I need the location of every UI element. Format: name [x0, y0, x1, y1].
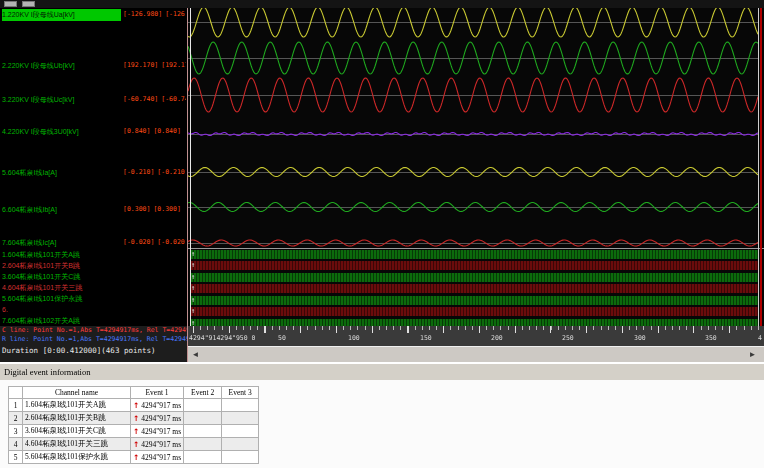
analog-channel-row-selected[interactable]: 1.220KV I段母线Ua[kV] [-126.980][-126.980] — [2, 9, 187, 21]
end-marker-line — [760, 8, 762, 326]
analog-channel-label: 1.220KV I段母线Ua[kV] — [2, 9, 121, 21]
header-channel: Channel name — [23, 387, 131, 399]
cursor-value-1: [-126.980] — [123, 9, 162, 20]
table-header-row: Channel name Event 1 Event 2 Event 3 — [9, 387, 259, 399]
digital-channel-row[interactable]: 4.604柘泉I线101开关三跳 — [2, 283, 187, 293]
event1-time: 4294"917 ms — [141, 453, 181, 462]
event1-time: 4294"917 ms — [141, 401, 181, 410]
row-channel-name: 3.604柘泉I线101开关C跳 — [23, 425, 131, 438]
cursor-value-1: [-60.740] — [123, 94, 158, 105]
digital-status-bar: ↑ — [190, 261, 758, 270]
table-row[interactable]: 1 1.604柘泉I线101开关A跳 ↑ 4294"917 ms — [9, 399, 259, 412]
digital-channel-label: 6. — [2, 306, 8, 313]
duration-status: Duration [0:00.412000](463 points) — [0, 344, 187, 358]
row-index: 4 — [9, 438, 23, 451]
table-row[interactable]: 3 3.604柘泉I线101开关C跳 ↑ 4294"917 ms — [9, 425, 259, 438]
digital-channel-row[interactable]: 5.604柘泉I线101保护永跳 — [2, 294, 187, 304]
rising-edge-icon: ↑ — [191, 296, 195, 305]
fault-recorder-window: 1.220KV I段母线Ua[kV] [-126.980][-126.980] … — [0, 0, 764, 468]
ruler-label: 250 — [562, 334, 574, 342]
cursor-value-1: [-0.020] — [123, 237, 154, 248]
toolbar-button[interactable] — [4, 1, 17, 7]
row-event2 — [184, 425, 222, 438]
event-rise-icon: ↑ — [133, 414, 139, 423]
row-channel-name: 1.604柘泉I线101开关A跳 — [23, 399, 131, 412]
digital-channel-label: 4.604柘泉I线101开关三跳 — [2, 284, 82, 291]
row-event2 — [184, 412, 222, 425]
table-row[interactable]: 4 4.604柘泉I线101开关三跳 ↑ 4294"917 ms — [9, 438, 259, 451]
analog-channel-row[interactable]: 7.604柘泉I线Ic[A] [-0.020][-0.020] — [2, 237, 187, 249]
toolbar-button[interactable] — [22, 1, 35, 7]
row-event2 — [184, 451, 222, 464]
event-rise-icon: ↑ — [133, 427, 139, 436]
digital-channel-row[interactable]: 6. — [2, 305, 187, 315]
analog-channel-label: 5.604柘泉I线Ia[A] — [2, 169, 57, 176]
c-cursor-status: C line: Point No.=1,Abs T=4294917ms, Rel… — [0, 326, 187, 335]
row-event2 — [184, 399, 222, 412]
event1-time: 4294"917 ms — [141, 440, 181, 449]
rising-edge-icon: ↑ — [191, 307, 195, 316]
analog-channel-label: 7.604柘泉I线Ic[A] — [2, 239, 56, 246]
digital-status-bar: ↑ — [190, 307, 758, 316]
row-event1: ↑ 4294"917 ms — [131, 451, 184, 464]
analog-channel-row[interactable]: 4.220KV I段母线3U0[kV] [0.840][0.840] — [2, 126, 187, 138]
digital-status-bar: ↑ — [190, 284, 758, 293]
analog-channel-row[interactable]: 3.220KV I段母线Uc[kV] [-60.740][-60.740] — [2, 94, 187, 106]
waveform-area[interactable]: ↑ ↑ ↑ ↑ ↑ ↑ ↑ — [188, 8, 764, 326]
row-event1: ↑ 4294"917 ms — [131, 412, 184, 425]
row-event1: ↑ 4294"917 ms — [131, 425, 184, 438]
row-channel-name: 5.604柘泉I线101保护永跳 — [23, 451, 131, 464]
analog-channel-row[interactable]: 2.220KV I段母线Ub[kV] [192.170][192.170] — [2, 60, 187, 72]
digital-channel-label: 3.604柘泉I线101开关C跳 — [2, 273, 80, 280]
cursor-value-1: [0.840] — [123, 126, 150, 137]
row-event3 — [222, 412, 259, 425]
scroll-right-button[interactable]: ► — [747, 349, 758, 360]
table-row[interactable]: 5 5.604柘泉I线101保护永跳 ↑ 4294"917 ms — [9, 451, 259, 464]
cursor-value-2: [192.170] — [161, 60, 186, 71]
data-end-divider — [758, 8, 759, 326]
ruler-label: 4294"914294"950 0 — [189, 334, 256, 342]
row-event3 — [222, 451, 259, 464]
time-ruler[interactable]: 4294"914294"950 0 50 100 150 200 250 300… — [188, 326, 764, 346]
row-event2 — [184, 438, 222, 451]
analog-channel-row[interactable]: 5.604柘泉I线Ia[A] [-0.210][-0.210] — [2, 167, 187, 179]
ruler-label: 200 — [491, 334, 503, 342]
digital-channel-row[interactable]: 7.604柘泉I线102开关A跳 — [2, 316, 187, 326]
digital-status-bar: ↑ — [190, 296, 758, 305]
row-event1: ↑ 4294"917 ms — [131, 399, 184, 412]
digital-event-panel-title: Digital event information — [0, 362, 764, 380]
cursor-value-2: [0.840] — [153, 126, 180, 137]
scroll-left-button[interactable]: ◄ — [190, 349, 201, 360]
digital-channel-label: 7.604柘泉I线102开关A跳 — [2, 317, 80, 324]
row-event3 — [222, 438, 259, 451]
digital-status-bar: ↑ — [190, 319, 758, 326]
digital-event-table: Channel name Event 1 Event 2 Event 3 1 1… — [8, 386, 259, 464]
ruler-label: 100 — [348, 334, 360, 342]
rising-edge-icon: ↑ — [191, 261, 195, 270]
digital-channel-row[interactable]: 3.604柘泉I线101开关C跳 — [2, 272, 187, 282]
ruler-major-ticks — [193, 326, 764, 333]
header-event3: Event 3 — [222, 387, 259, 399]
cursor-value-2: [0.300] — [153, 204, 180, 215]
rising-edge-icon: ↑ — [191, 273, 195, 282]
analog-channel-label: 6.604柘泉I线Ib[A] — [2, 206, 57, 213]
digital-channel-row[interactable]: 2.604柘泉I线101开关B跳 — [2, 261, 187, 271]
event-rise-icon: ↑ — [133, 453, 139, 462]
header-index — [9, 387, 23, 399]
row-index: 1 — [9, 399, 23, 412]
cursor-value-2: [-126.980] — [165, 9, 186, 20]
ruler-label: 4 — [758, 334, 762, 342]
header-event2: Event 2 — [184, 387, 222, 399]
analog-channel-row[interactable]: 6.604柘泉I线Ib[A] [0.300][0.300] — [2, 204, 187, 216]
table-row[interactable]: 2 2.604柘泉I线101开关B跳 ↑ 4294"917 ms — [9, 412, 259, 425]
digital-channel-label: 2.604柘泉I线101开关B跳 — [2, 262, 80, 269]
digital-event-panel: Channel name Event 1 Event 2 Event 3 1 1… — [0, 380, 764, 468]
time-cursor-line[interactable] — [190, 8, 191, 326]
horizontal-scrollbar[interactable]: ◄ ► — [188, 346, 764, 362]
ruler-label: 350 — [705, 334, 717, 342]
digital-status-bar: ↑ — [190, 250, 758, 259]
event1-time: 4294"917 ms — [141, 427, 181, 436]
digital-channel-row[interactable]: 1.604柘泉I线101开关A跳 — [2, 250, 187, 260]
analog-channel-label: 4.220KV I段母线3U0[kV] — [2, 128, 79, 135]
row-event1: ↑ 4294"917 ms — [131, 438, 184, 451]
